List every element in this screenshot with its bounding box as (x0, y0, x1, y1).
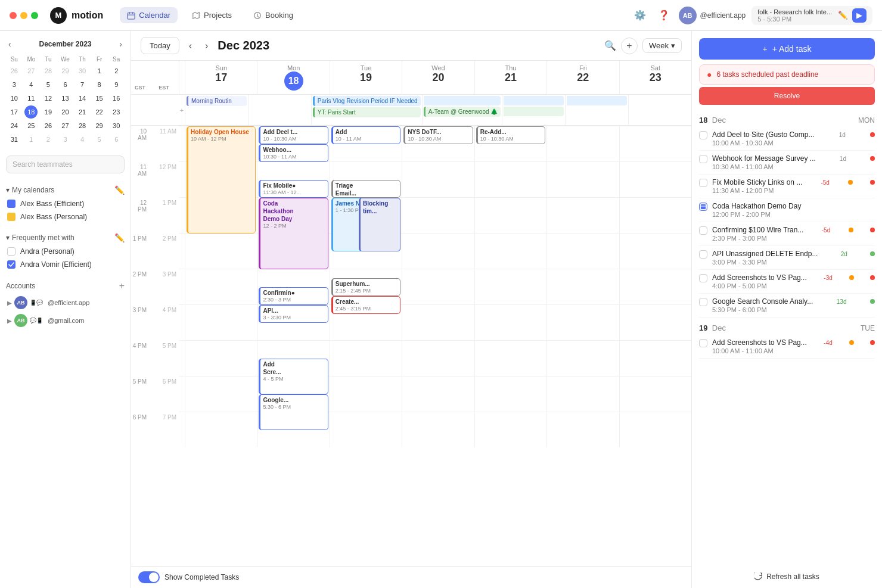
settings-btn[interactable]: ⚙️ (631, 7, 649, 24)
mini-cal-day[interactable]: 17 (8, 105, 21, 119)
my-calendars-edit-btn[interactable]: ✏️ (114, 185, 125, 195)
mini-cal-day[interactable]: 27 (24, 64, 38, 77)
cal-event[interactable]: Blocking tim... (359, 198, 400, 251)
mini-cal-day[interactable]: 30 (110, 119, 123, 132)
cal-event[interactable]: Webhoo...10:30 - 11 AM (259, 144, 328, 162)
mini-cal-day[interactable]: 22 (93, 105, 106, 119)
nav-booking[interactable]: Booking (246, 7, 300, 23)
cal-event[interactable]: Holiday Open House10 AM - 12 PM (187, 126, 256, 234)
time-cell-row4-col3[interactable] (402, 269, 474, 304)
time-cell-row0-col6[interactable] (619, 126, 691, 161)
cal-search-btn[interactable]: 🔍 (604, 40, 616, 51)
time-cell-row0-col0[interactable]: Holiday Open House10 AM - 12 PM (185, 126, 257, 161)
time-cell-row2-col1[interactable]: CodaHackathonDemo Day12 - 2 PM (257, 197, 329, 233)
mini-cal-day[interactable]: 4 (24, 78, 38, 91)
mini-cal-day[interactable]: 16 (110, 92, 123, 105)
mini-cal-day[interactable]: 29 (93, 119, 106, 132)
mini-cal-day[interactable]: 11 (24, 92, 38, 105)
time-cell-row5-col1[interactable]: API...3 - 3:30 PM (257, 304, 329, 340)
time-cell-row4-col5[interactable] (546, 269, 619, 304)
mini-cal-day[interactable]: 3 (8, 78, 21, 91)
time-cell-row8-col4[interactable] (474, 412, 546, 447)
task-checkbox-screenshots[interactable] (699, 274, 707, 282)
time-cell-row0-col2[interactable]: Add10 - 11 AM (330, 126, 402, 161)
time-cell-row5-col5[interactable] (546, 304, 619, 340)
cal-event[interactable]: AddScre...4 - 5 PM (259, 359, 328, 394)
time-cell-row2-col3[interactable] (402, 197, 474, 233)
mini-cal-day[interactable]: 29 (58, 64, 72, 77)
mini-cal-day-today[interactable]: 18 (24, 105, 38, 119)
time-cell-row7-col5[interactable] (546, 376, 619, 412)
time-cell-row0-col3[interactable]: NYS DoTF...10 - 10:30 AM (402, 126, 474, 161)
time-cell-row1-col1[interactable]: Fix Mobile●11:30 AM - 12... (257, 161, 329, 197)
cal-event[interactable]: Create...2:45 - 3:15 PM (331, 296, 400, 314)
mini-cal-day[interactable]: 14 (76, 92, 89, 105)
time-cell-row1-col2[interactable]: TriageEmail...11:30 AM - 12... (330, 161, 402, 197)
cal-event[interactable]: Add10 - 11 AM (331, 126, 400, 144)
nav-projects[interactable]: Projects (185, 7, 239, 23)
time-cell-row6-col0[interactable] (185, 340, 257, 376)
allday-event-yt-paris-start[interactable]: YT: Paris Start (313, 107, 421, 117)
cal-grid-scroll[interactable]: CST EST Sun 17 Mon 18 Tue (131, 61, 691, 566)
calendar-item-efficient[interactable]: Alex Bass (Efficient) (6, 197, 125, 210)
add-task-button[interactable]: + + Add task (699, 38, 875, 60)
time-cell-row1-col5[interactable] (546, 161, 619, 197)
minimize-icon[interactable] (20, 12, 27, 19)
allday-event-paris-vlog[interactable]: Paris Vlog Revision Period IF Needed (313, 96, 421, 106)
time-cell-row8-col5[interactable] (546, 412, 619, 447)
time-cell-row3-col4[interactable] (474, 233, 546, 269)
calendar-item-personal[interactable]: Alex Bass (Personal) (6, 210, 125, 223)
account-item-efficient[interactable]: ▶ AB 📱💬 @efficient.app (6, 294, 125, 312)
task-checkbox-coda[interactable] (699, 203, 707, 211)
task-item-coda[interactable]: Coda Hackathon Demo Day 12:00 PM - 2:00 … (699, 198, 875, 222)
time-cell-row5-col0[interactable] (185, 304, 257, 340)
cal-add-btn[interactable]: + (621, 38, 638, 54)
task-checkbox-deel[interactable] (699, 131, 707, 139)
freq-met-item-andra-vomir[interactable]: Andra Vomir (Efficient) (6, 258, 125, 271)
time-cell-row3-col6[interactable] (619, 233, 691, 269)
mini-cal-day[interactable]: 28 (76, 119, 89, 132)
frequently-met-header[interactable]: ▾ Frequently met with ✏️ (6, 231, 125, 245)
time-cell-row7-col3[interactable] (402, 376, 474, 412)
time-cell-row7-col0[interactable] (185, 376, 257, 412)
time-cell-row7-col2[interactable] (330, 376, 402, 412)
mini-cal-day[interactable]: 5 (93, 133, 106, 146)
mini-cal-day[interactable]: 28 (42, 64, 55, 77)
time-cell-row2-col5[interactable] (546, 197, 619, 233)
mini-cal-day[interactable]: 3 (58, 133, 72, 146)
mini-cal-day[interactable]: 12 (42, 92, 55, 105)
accounts-add-btn[interactable]: + (119, 281, 125, 291)
mini-cal-day[interactable]: 26 (42, 119, 55, 132)
show-completed-toggle[interactable] (138, 571, 160, 583)
task-checkbox-google-analytics[interactable] (699, 298, 707, 306)
time-cell-row4-col2[interactable]: Superhum...2:15 - 2:45 PMCreate...2:45 -… (330, 269, 402, 304)
task-item-screenshots[interactable]: Add Screenshots to VS Pag... -3d 4:00 PM… (699, 270, 875, 294)
maximize-icon[interactable] (31, 12, 38, 19)
mini-cal-day[interactable]: 1 (93, 64, 106, 77)
task-checkbox-wire[interactable] (699, 226, 707, 235)
allday-event-ateam[interactable]: A-Team @ Greenwood 🌲 (424, 107, 501, 117)
search-teammates-input[interactable] (6, 155, 125, 173)
mini-cal-day[interactable]: 10 (8, 92, 21, 105)
time-cell-row8-col6[interactable] (619, 412, 691, 447)
cal-prev-btn[interactable]: ‹ (185, 38, 195, 54)
mini-cal-day[interactable]: 30 (76, 64, 89, 77)
time-cell-row1-col4[interactable] (474, 161, 546, 197)
cal-event[interactable]: Re-Add...10 - 10:30 AM (476, 126, 545, 144)
cal-event[interactable]: NYS DoTF...10 - 10:30 AM (403, 126, 473, 144)
time-cell-row7-col6[interactable] (619, 376, 691, 412)
freq-met-item-andra-personal[interactable]: Andra (Personal) (6, 245, 125, 258)
time-cell-row4-col6[interactable] (619, 269, 691, 304)
mini-cal-day[interactable]: 6 (110, 133, 123, 146)
time-cell-row4-col1[interactable]: Confirmin●2:30 - 3 PM (257, 269, 329, 304)
resolve-button[interactable]: Resolve (699, 87, 875, 105)
mini-cal-day[interactable]: 9 (110, 78, 123, 91)
task-item-deel[interactable]: Add Deel to Site (Gusto Comp... 1d 10:00… (699, 127, 875, 151)
cal-event[interactable]: Superhum...2:15 - 2:45 PM (331, 278, 400, 296)
task-item-wire[interactable]: Confirming $100 Wire Tran... -5d 2:30 PM… (699, 222, 875, 246)
task-item-fixmobile[interactable]: Fix Mobile Sticky Links on ... -5d 11:30… (699, 175, 875, 198)
mini-cal-day[interactable]: 6 (58, 78, 72, 91)
nav-calendar[interactable]: Calendar (120, 7, 178, 23)
mini-cal-day[interactable]: 1 (24, 133, 38, 146)
mini-cal-day[interactable]: 2 (42, 133, 55, 146)
